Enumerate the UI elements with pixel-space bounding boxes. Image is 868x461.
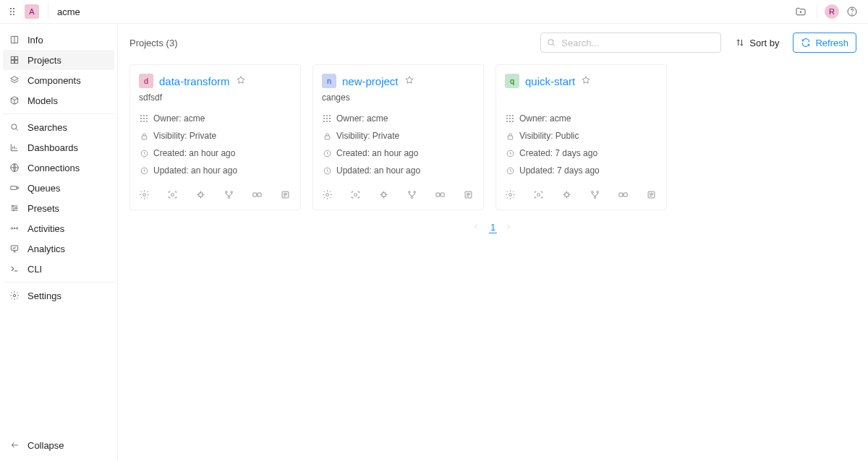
box-icon[interactable] xyxy=(195,189,207,201)
svg-point-52 xyxy=(329,121,331,122)
header-right: R xyxy=(792,3,861,20)
svg-rect-12 xyxy=(15,61,18,64)
svg-point-28 xyxy=(146,118,148,119)
svg-point-60 xyxy=(414,191,416,194)
list-icon[interactable] xyxy=(463,189,475,201)
clock-icon xyxy=(505,148,515,158)
sidebar-item-activities[interactable]: Activities xyxy=(3,218,114,238)
svg-point-80 xyxy=(592,191,594,194)
sidebar-item-cli[interactable]: CLI xyxy=(3,259,114,279)
sidebar-collapse[interactable]: Collapse xyxy=(3,435,114,455)
svg-point-27 xyxy=(143,118,145,119)
fork-icon[interactable] xyxy=(224,189,235,201)
refresh-button[interactable]: Refresh xyxy=(793,33,856,53)
list-icon[interactable] xyxy=(280,189,292,201)
svg-rect-20 xyxy=(11,246,17,250)
collapse-label: Collapse xyxy=(27,440,64,451)
svg-point-24 xyxy=(143,115,145,116)
collapse-icon xyxy=(9,439,20,451)
box-icon[interactable] xyxy=(378,189,390,201)
chart-icon xyxy=(9,142,20,153)
help-icon[interactable] xyxy=(843,3,861,20)
sidebar-item-label: Connections xyxy=(27,163,80,173)
app-header: A acme R xyxy=(0,0,868,24)
svg-rect-42 xyxy=(258,193,261,197)
svg-point-39 xyxy=(231,191,233,194)
broadcast-icon xyxy=(9,223,20,234)
search-input[interactable] xyxy=(540,33,721,53)
prev-page-icon[interactable] xyxy=(472,223,482,233)
main-content: Projects (3) Sort by Refresh ddata-trans… xyxy=(118,24,868,461)
svg-point-30 xyxy=(143,121,145,122)
sort-icon xyxy=(735,38,745,48)
project-avatar: q xyxy=(505,74,519,88)
sliders-icon xyxy=(9,202,20,214)
sidebar-item-queues[interactable]: Queues xyxy=(3,178,114,198)
link-icon[interactable] xyxy=(618,189,629,201)
org-avatar[interactable]: A xyxy=(25,4,39,19)
sidebar-item-dashboards[interactable]: Dashboards xyxy=(3,137,114,158)
list-icon[interactable] xyxy=(646,189,658,201)
sidebar-item-info[interactable]: Info xyxy=(3,30,114,50)
svg-point-66 xyxy=(509,115,511,116)
sidebar-item-presets[interactable]: Presets xyxy=(3,198,114,218)
svg-rect-41 xyxy=(253,193,257,197)
sidebar-item-searches[interactable]: Searches xyxy=(3,117,114,137)
svg-point-46 xyxy=(329,115,331,116)
user-avatar[interactable]: R xyxy=(825,4,839,19)
svg-rect-9 xyxy=(11,56,14,59)
divider xyxy=(3,282,114,283)
svg-point-4 xyxy=(10,14,12,15)
project-description: canges xyxy=(322,92,475,104)
org-name[interactable]: acme xyxy=(57,7,80,17)
svg-point-0 xyxy=(10,8,12,9)
star-icon[interactable] xyxy=(236,75,247,87)
sidebar-item-projects[interactable]: Projects xyxy=(3,50,114,70)
svg-point-23 xyxy=(140,115,142,116)
svg-point-17 xyxy=(15,207,17,209)
fork-icon[interactable] xyxy=(590,189,601,201)
svg-point-7 xyxy=(852,14,853,14)
sort-button[interactable]: Sort by xyxy=(727,33,787,53)
gear-icon[interactable] xyxy=(505,189,516,201)
folder-add-icon[interactable] xyxy=(792,3,809,20)
sidebar-item-connections[interactable]: Connections xyxy=(3,158,114,178)
sidebar-item-components[interactable]: Components xyxy=(3,70,114,90)
pagination: 1 xyxy=(129,222,856,233)
created-row: Created: an hour ago xyxy=(139,146,292,160)
gear-icon[interactable] xyxy=(322,189,333,201)
scan-icon[interactable] xyxy=(350,189,362,201)
svg-point-40 xyxy=(228,197,230,199)
svg-point-69 xyxy=(509,118,511,119)
clock-icon xyxy=(505,165,515,176)
sidebar-item-analytics[interactable]: Analytics xyxy=(3,238,114,259)
svg-point-22 xyxy=(548,40,553,45)
project-name-link[interactable]: quick-start xyxy=(525,75,575,87)
next-page-icon[interactable] xyxy=(504,223,514,233)
scan-icon[interactable] xyxy=(167,189,179,201)
sidebar-item-settings[interactable]: Settings xyxy=(3,285,114,306)
gear-icon[interactable] xyxy=(139,189,150,201)
header-left: A acme xyxy=(7,4,80,19)
box-icon[interactable] xyxy=(561,189,573,201)
scan-icon[interactable] xyxy=(533,189,545,201)
divider xyxy=(3,113,114,114)
star-icon[interactable] xyxy=(581,75,592,87)
card-title-row: ddata-transform xyxy=(139,74,292,88)
project-card: qquick-startOwner: acmeVisibility: Publi… xyxy=(495,64,667,210)
cube-icon xyxy=(9,95,20,106)
fork-icon[interactable] xyxy=(407,189,418,201)
svg-point-78 xyxy=(537,194,540,197)
grip-icon[interactable] xyxy=(7,6,19,17)
svg-point-25 xyxy=(146,115,148,116)
page-number[interactable]: 1 xyxy=(489,222,497,233)
created-row: Created: an hour ago xyxy=(322,146,475,160)
sidebar-item-models[interactable]: Models xyxy=(3,90,114,111)
svg-rect-74 xyxy=(508,135,513,139)
link-icon[interactable] xyxy=(435,189,446,201)
search-gear-icon xyxy=(9,121,20,133)
star-icon[interactable] xyxy=(404,75,416,87)
link-icon[interactable] xyxy=(252,189,263,201)
project-name-link[interactable]: new-project xyxy=(342,75,399,87)
project-name-link[interactable]: data-transform xyxy=(159,75,230,87)
